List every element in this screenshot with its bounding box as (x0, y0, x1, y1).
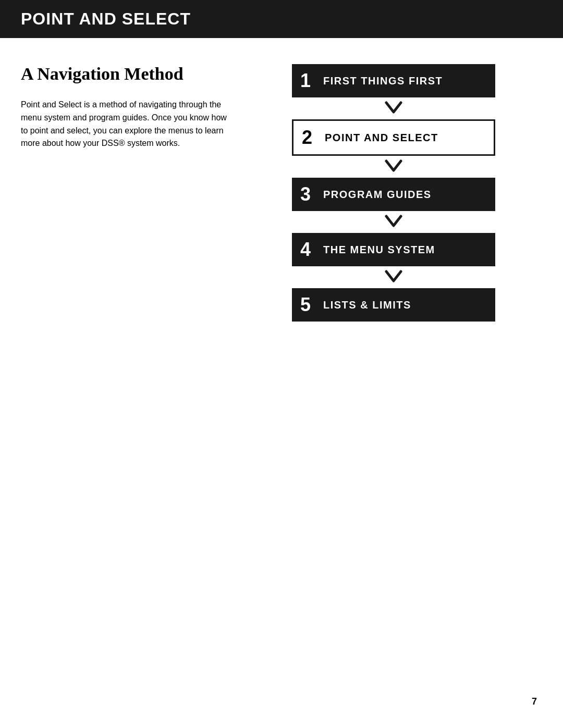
section-body: Point and Select is a method of navigati… (21, 98, 229, 150)
down-arrow-icon-2 (384, 159, 403, 175)
page-number: 7 (532, 696, 537, 707)
right-column: 1 FIRST THINGS FIRST 2 POINT AND SELECT … (292, 64, 500, 322)
nav-item-3[interactable]: 3 PROGRAM GUIDES (292, 178, 495, 211)
nav-item-2[interactable]: 2 POINT AND SELECT (292, 119, 495, 156)
header-title: POINT AND SELECT (21, 9, 191, 28)
nav-item-5[interactable]: 5 LISTS & LIMITS (292, 288, 495, 322)
down-arrow-icon-4 (384, 269, 403, 285)
nav-number-5: 5 (300, 295, 316, 314)
nav-number-2: 2 (302, 128, 317, 147)
nav-label-4: THE MENU SYSTEM (323, 244, 435, 256)
main-content: A Navigation Method Point and Select is … (0, 38, 563, 342)
nav-label-5: LISTS & LIMITS (323, 299, 411, 311)
arrow-4 (292, 266, 495, 288)
nav-number-3: 3 (300, 185, 316, 204)
arrow-2 (292, 156, 495, 178)
section-title: A Navigation Method (21, 64, 271, 84)
nav-number-1: 1 (300, 71, 316, 90)
arrow-3 (292, 211, 495, 233)
nav-item-4[interactable]: 4 THE MENU SYSTEM (292, 233, 495, 266)
arrow-1 (292, 97, 495, 119)
left-column: A Navigation Method Point and Select is … (21, 64, 271, 322)
nav-label-1: FIRST THINGS FIRST (323, 75, 443, 87)
down-arrow-icon-3 (384, 214, 403, 230)
nav-label-2: POINT AND SELECT (325, 132, 438, 144)
down-arrow-icon-1 (384, 101, 403, 116)
nav-label-3: PROGRAM GUIDES (323, 189, 432, 201)
header-bar: POINT AND SELECT (0, 0, 563, 38)
nav-item-1[interactable]: 1 FIRST THINGS FIRST (292, 64, 495, 97)
nav-number-4: 4 (300, 240, 316, 259)
